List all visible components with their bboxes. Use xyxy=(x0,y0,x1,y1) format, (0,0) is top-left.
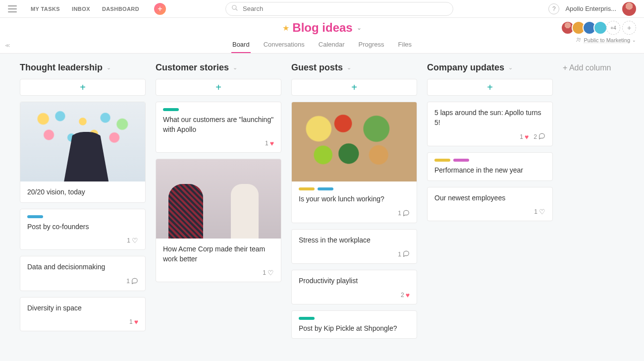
quick-add-button[interactable]: + xyxy=(154,3,166,15)
privacy-toggle[interactable]: Public to Marketing ⌄ xyxy=(576,37,636,44)
board-card[interactable]: Is your work lunch working?1 xyxy=(291,102,417,223)
card-tags xyxy=(434,159,545,162)
comment-count[interactable]: 1 xyxy=(398,209,410,218)
tab-calendar[interactable]: Calendar xyxy=(318,38,346,53)
card-footer: 1♥2 xyxy=(428,132,552,146)
add-member-button[interactable]: + xyxy=(622,21,636,35)
add-card-button[interactable]: + xyxy=(156,79,281,96)
svg-point-0 xyxy=(232,5,236,9)
card-footer: 1 xyxy=(292,209,417,223)
like-count[interactable]: 1♡ xyxy=(534,208,545,216)
user-avatar[interactable] xyxy=(622,2,636,16)
heart-icon: ♡ xyxy=(132,237,138,244)
card-footer: 1♡ xyxy=(428,208,552,221)
add-card-button[interactable]: + xyxy=(291,79,417,96)
card-title: Post by Kip Pickle at Shpongle? xyxy=(299,324,410,334)
like-count[interactable]: 1♥ xyxy=(265,139,274,147)
topbar: MY TASKS INBOX DASHBOARD + ? Apollo Ente… xyxy=(0,0,644,18)
like-count[interactable]: 2♥ xyxy=(401,291,410,299)
tab-board[interactable]: Board xyxy=(231,38,251,53)
project-tabs: BoardConversationsCalendarProgressFiles xyxy=(0,38,644,53)
chevron-down-icon[interactable]: ⌄ xyxy=(107,64,111,71)
board-card[interactable]: 5 laps around the sun: Apollo turns 5!1♥… xyxy=(427,102,553,146)
tab-conversations[interactable]: Conversations xyxy=(263,38,306,53)
board-column: Customer stories⌄+What our customers are… xyxy=(156,62,281,345)
svg-point-3 xyxy=(580,38,581,40)
search-input[interactable] xyxy=(225,2,453,16)
like-count[interactable]: 1♥ xyxy=(520,133,529,141)
tag-pill xyxy=(453,159,469,162)
card-title: Productivity playlist xyxy=(299,276,410,286)
comment-icon xyxy=(538,132,545,141)
tag-pill xyxy=(318,187,333,190)
chevron-down-icon[interactable]: ⌄ xyxy=(357,24,362,31)
column-title[interactable]: Company updates xyxy=(427,62,504,73)
like-count[interactable]: 1♥ xyxy=(129,318,138,326)
column-title[interactable]: Thought leadership xyxy=(20,62,103,73)
svg-line-1 xyxy=(236,8,238,10)
workspace-switch[interactable]: Apollo Enterpris... xyxy=(565,5,616,12)
menu-toggle[interactable] xyxy=(8,5,17,12)
board-column: Company updates⌄+5 laps around the sun: … xyxy=(427,62,553,345)
star-icon[interactable]: ★ xyxy=(282,23,289,33)
heart-icon: ♡ xyxy=(539,208,545,216)
heart-icon: ♥ xyxy=(270,139,274,147)
column-title[interactable]: Guest posts xyxy=(291,62,343,73)
member-overflow-count[interactable]: +4 xyxy=(606,21,620,35)
like-count[interactable]: 1♡ xyxy=(127,237,138,244)
search-icon xyxy=(231,4,238,13)
comment-count[interactable]: 1 xyxy=(126,277,138,286)
top-nav: MY TASKS INBOX DASHBOARD xyxy=(31,6,139,12)
card-title: 5 laps around the sun: Apollo turns 5! xyxy=(434,108,545,127)
chevron-down-icon: ⌄ xyxy=(632,38,636,43)
board-card[interactable]: Post by Kip Pickle at Shpongle? xyxy=(291,310,417,339)
like-count[interactable]: 1♡ xyxy=(263,269,274,277)
nav-my-tasks[interactable]: MY TASKS xyxy=(31,6,60,12)
board-card[interactable]: Stress in the workplace1 xyxy=(291,229,417,264)
collapse-sidebar-icon[interactable]: ≪ xyxy=(5,43,10,48)
comment-icon xyxy=(403,250,410,258)
project-members: +4+ Public to Marketing ⌄ xyxy=(564,21,636,44)
heart-icon: ♥ xyxy=(525,133,529,141)
chevron-down-icon[interactable]: ⌄ xyxy=(347,64,351,71)
nav-inbox[interactable]: INBOX xyxy=(72,6,90,12)
board-card[interactable]: Diversity in space1♥ xyxy=(20,297,146,332)
board-card[interactable]: Performance in the new year xyxy=(427,152,553,181)
member-avatar[interactable] xyxy=(593,21,607,35)
board-card[interactable]: Our newest employees1♡ xyxy=(427,187,553,222)
project-title[interactable]: Blog ideas xyxy=(292,21,352,35)
add-card-button[interactable]: + xyxy=(427,79,553,96)
add-column-button[interactable]: + Add column xyxy=(563,62,611,345)
comment-count[interactable]: 1 xyxy=(398,250,410,258)
board-card[interactable]: Post by co-founders1♡ xyxy=(20,209,146,250)
card-cover-image xyxy=(20,102,145,181)
board-column: Thought leadership⌄+20/20 vision, todayP… xyxy=(20,62,146,345)
card-title: Performance in the new year xyxy=(434,166,545,176)
nav-dashboard[interactable]: DASHBOARD xyxy=(102,6,139,12)
card-title: Stress in the workplace xyxy=(299,236,410,245)
heart-icon: ♡ xyxy=(268,269,274,277)
tag-pill xyxy=(27,215,43,218)
card-cover-image xyxy=(156,159,281,239)
project-header: ≪ ★ Blog ideas ⌄ +4+ Public to Marketing… xyxy=(0,18,644,54)
chevron-down-icon[interactable]: ⌄ xyxy=(508,64,513,71)
card-title: Diversity in space xyxy=(27,303,138,313)
card-footer: 1♥ xyxy=(20,318,145,331)
card-title: 20/20 vision, today xyxy=(27,187,138,197)
board-card[interactable]: What our customers are "launching" with … xyxy=(156,102,281,153)
card-title: Data and decisionmaking xyxy=(27,262,138,272)
column-title[interactable]: Customer stories xyxy=(156,62,229,73)
tab-progress[interactable]: Progress xyxy=(358,38,385,53)
board-card[interactable]: 20/20 vision, today xyxy=(20,102,146,203)
help-button[interactable]: ? xyxy=(548,3,559,14)
board-card[interactable]: Data and decisionmaking1 xyxy=(20,256,146,291)
board-column: Guest posts⌄+Is your work lunch working?… xyxy=(291,62,417,345)
tag-pill xyxy=(434,159,450,162)
tab-files[interactable]: Files xyxy=(397,38,413,53)
comment-count[interactable]: 2 xyxy=(534,132,545,141)
board-card[interactable]: Productivity playlist2♥ xyxy=(291,270,417,304)
people-icon xyxy=(576,37,582,44)
board-card[interactable]: How Acme Corp made their team work bette… xyxy=(156,159,281,282)
chevron-down-icon[interactable]: ⌄ xyxy=(233,64,237,71)
add-card-button[interactable]: + xyxy=(20,79,146,96)
